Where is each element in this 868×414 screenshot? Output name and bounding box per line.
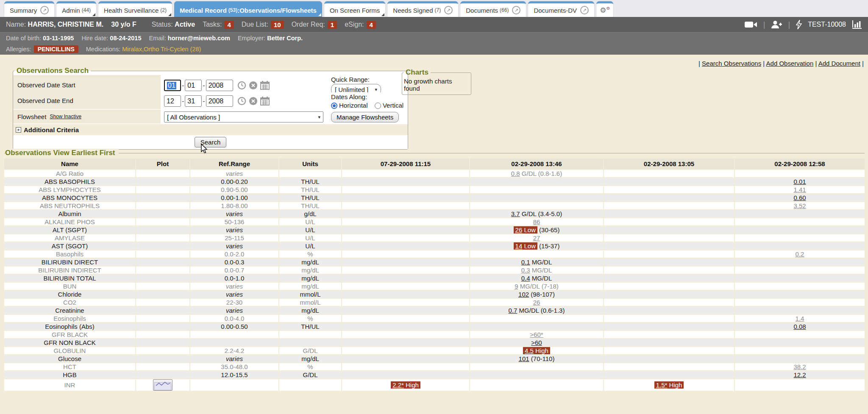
tab-needs-signed[interactable]: Needs Signed (7) ↗ bbox=[387, 1, 458, 17]
calendar-icon[interactable] bbox=[260, 81, 270, 90]
tasks-count-badge[interactable]: 4 bbox=[224, 21, 234, 29]
value-link[interactable]: 3.7 bbox=[511, 210, 520, 217]
value-link[interactable]: 4.5 bbox=[525, 347, 534, 354]
start-year-input[interactable]: 2008 bbox=[206, 80, 233, 91]
tab-on-screen-forms[interactable]: On Screen Forms bbox=[324, 1, 385, 17]
observation-row: ABS BASOPHILS0.00-0.20TH/UL0.01 bbox=[4, 178, 865, 186]
value-link[interactable]: 86 bbox=[533, 218, 540, 225]
flowsheet-select[interactable]: [ All Observations ]▾ bbox=[164, 111, 323, 122]
value-link[interactable]: 102 bbox=[518, 291, 529, 298]
vertical-radio[interactable] bbox=[375, 103, 381, 109]
column-header-units[interactable]: Units bbox=[279, 158, 342, 169]
clock-icon[interactable] bbox=[237, 97, 246, 106]
tab-documents[interactable]: Documents (66) ↗ bbox=[460, 1, 526, 17]
add-document-link[interactable]: Add Document bbox=[818, 60, 860, 67]
obs-value-cell bbox=[604, 218, 734, 226]
value-link[interactable]: 0.08 bbox=[793, 323, 806, 330]
tab-medical-record[interactable]: Medical Record (53) :Observations/Flowsh… bbox=[174, 1, 322, 17]
column-header-name[interactable]: Name bbox=[4, 158, 136, 169]
medication-link[interactable]: Miralax bbox=[122, 46, 142, 53]
value-link[interactable]: 0.60 bbox=[793, 194, 806, 201]
calendar-icon[interactable] bbox=[260, 97, 270, 106]
video-camera-icon[interactable] bbox=[745, 21, 757, 28]
obs-value-cell bbox=[604, 266, 734, 274]
value-link[interactable]: 14 bbox=[515, 242, 523, 250]
start-month-input[interactable]: 01 bbox=[164, 80, 181, 91]
tab-admin[interactable]: Admin (44) bbox=[56, 1, 96, 17]
obs-refrange-cell: 0.00-0.50 bbox=[190, 322, 279, 331]
value-link[interactable]: 1.41 bbox=[793, 186, 806, 193]
value-link[interactable]: 0.1 bbox=[521, 258, 530, 266]
observation-row: AST (SGOT)variesU/L14 Low (15-37) bbox=[4, 242, 865, 250]
tab-summary[interactable]: Summary ↗ bbox=[4, 1, 54, 17]
due-list-count-badge[interactable]: 10 bbox=[271, 21, 284, 29]
observations-search-legend: Observations Search bbox=[14, 67, 91, 75]
clock-icon[interactable] bbox=[237, 81, 246, 90]
value-link[interactable]: 101 bbox=[519, 355, 529, 362]
view-earliest-first-link[interactable]: View Earliest First bbox=[53, 149, 115, 157]
tab-health-surveillance[interactable]: Health Surveillance (2) bbox=[98, 1, 172, 17]
value-link[interactable]: 0.01 bbox=[793, 178, 806, 185]
column-header-date-3[interactable]: 02-29-2008 13:05 bbox=[604, 158, 734, 169]
obs-name-cell: ABS MONOCYTES bbox=[4, 194, 136, 202]
value-link[interactable]: 12.2 bbox=[793, 371, 806, 378]
value-link[interactable]: 38.2 bbox=[793, 363, 806, 370]
value-link[interactable]: 2.2* bbox=[392, 381, 404, 389]
column-header-date-4[interactable]: 02-29-2008 12:58 bbox=[734, 158, 865, 169]
obs-units-cell: U/L bbox=[279, 242, 342, 250]
order-req-count-badge[interactable]: 1 bbox=[328, 21, 337, 29]
popout-icon[interactable]: ↗ bbox=[40, 6, 49, 14]
popout-icon[interactable]: ↗ bbox=[512, 6, 520, 14]
obs-name-cell: BUN bbox=[4, 282, 136, 290]
tab-settings-button[interactable]: ⚙⚙ bbox=[596, 1, 613, 17]
obs-units-cell: TH/UL bbox=[279, 202, 342, 210]
value-link[interactable]: 0.8 bbox=[511, 170, 520, 177]
column-header-refrange[interactable]: Ref.Range bbox=[190, 158, 279, 169]
end-year-input[interactable]: 2008 bbox=[206, 95, 233, 107]
search-observations-link[interactable]: Search Observations bbox=[702, 60, 761, 67]
show-inactive-link[interactable]: Show Inactive bbox=[50, 114, 81, 119]
value-link[interactable]: 1.4 bbox=[796, 315, 804, 322]
obs-refrange-cell: 12.0-15.5 bbox=[190, 371, 279, 379]
expand-plus-icon[interactable]: + bbox=[16, 127, 21, 133]
search-button[interactable]: Search bbox=[195, 137, 227, 147]
lightning-icon[interactable] bbox=[796, 20, 802, 29]
value-link[interactable]: 3.52 bbox=[793, 202, 806, 209]
value-link[interactable]: 0.2 bbox=[796, 250, 804, 258]
obs-value-cell bbox=[604, 226, 734, 234]
esign-count-badge[interactable]: 4 bbox=[367, 21, 376, 29]
end-month-input[interactable]: 12 bbox=[164, 95, 181, 107]
value-link[interactable]: 0.3 bbox=[521, 267, 530, 274]
charts-panel: Charts No growth charts found bbox=[402, 68, 471, 95]
observations-section: Observations View Earliest First Name Pl… bbox=[4, 149, 865, 392]
value-link[interactable]: 0.4 bbox=[521, 275, 530, 282]
value-link[interactable]: 1.5* bbox=[656, 381, 668, 389]
popout-icon[interactable]: ↗ bbox=[444, 6, 453, 14]
column-header-date-1[interactable]: 07-29-2008 11:15 bbox=[342, 158, 470, 169]
medication-link[interactable]: Ortho Tri-Cyclen (28) bbox=[144, 46, 201, 53]
horizontal-radio[interactable] bbox=[331, 103, 337, 109]
tab-documents-dv[interactable]: Documents-DV ↗ bbox=[528, 1, 594, 17]
value-link[interactable]: 9 bbox=[515, 283, 518, 290]
value-link[interactable]: >60* bbox=[530, 331, 543, 338]
column-header-plot[interactable]: Plot bbox=[136, 158, 190, 169]
obs-value-cell bbox=[734, 242, 865, 250]
clear-date-icon[interactable] bbox=[249, 97, 258, 106]
popout-icon[interactable]: ↗ bbox=[580, 6, 589, 14]
plot-sparkline-button[interactable] bbox=[153, 379, 172, 391]
value-link[interactable]: 0.7 bbox=[509, 307, 517, 314]
additional-criteria-toggle[interactable]: + Additional Criteria bbox=[13, 124, 408, 135]
value-link[interactable]: 26 bbox=[533, 299, 540, 306]
growth-chart-icon[interactable] bbox=[852, 20, 862, 29]
column-header-date-2[interactable]: 02-29-2008 13:46 bbox=[470, 158, 604, 169]
add-observation-link[interactable]: Add Observation bbox=[766, 60, 814, 67]
value-link[interactable]: 26 bbox=[515, 226, 523, 233]
value-link[interactable]: 27 bbox=[533, 234, 540, 242]
start-day-input[interactable]: 01 bbox=[185, 80, 202, 91]
clear-date-icon[interactable] bbox=[249, 81, 258, 90]
value-link[interactable]: >60 bbox=[531, 339, 542, 346]
add-person-icon[interactable] bbox=[771, 20, 782, 29]
end-day-input[interactable]: 31 bbox=[185, 95, 202, 107]
manage-flowsheets-button[interactable]: Manage Flowsheets bbox=[331, 112, 399, 122]
allergy-badge[interactable]: PENICILLINS bbox=[34, 45, 78, 53]
